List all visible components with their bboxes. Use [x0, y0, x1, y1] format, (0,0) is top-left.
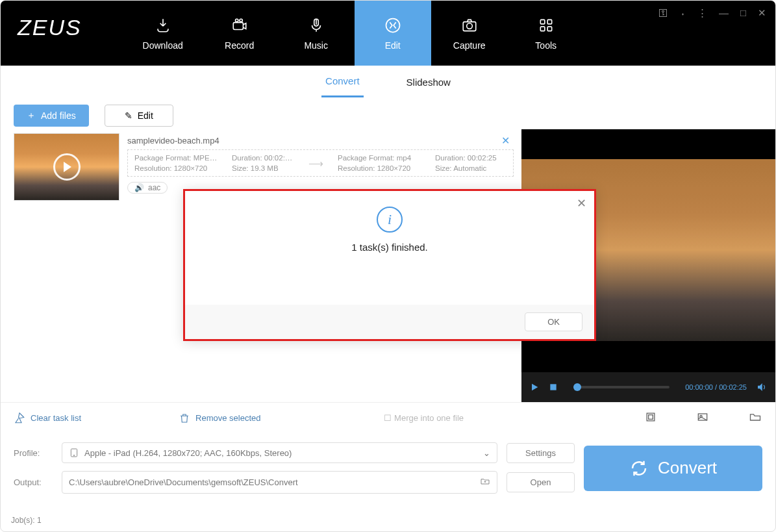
nav-label: Tools: [535, 40, 557, 51]
time-display: 00:00:00 / 00:02:25: [685, 383, 747, 391]
volume-icon[interactable]: [756, 381, 768, 393]
key-icon[interactable]: ⚿: [658, 7, 668, 19]
dst-resolution: Resolution: 1280×720: [338, 164, 421, 172]
menu-icon[interactable]: ⋮: [697, 7, 707, 19]
dst-package: Package Format: mp4: [338, 154, 421, 162]
preview-controls: 00:00:00 / 00:02:25: [521, 372, 775, 402]
src-resolution: Resolution: 1280×720: [134, 164, 218, 172]
src-col2: Duration: 00:02:… Size: 19.3 MB: [232, 154, 294, 172]
audio-chip[interactable]: 🔊 aac: [127, 182, 168, 194]
settings-area: Profile: Apple - iPad (H.264, 1280x720; …: [1, 433, 775, 500]
sound-icon: 🔊: [134, 183, 144, 192]
svg-rect-8: [547, 19, 552, 23]
minimize-icon[interactable]: —: [719, 7, 729, 19]
play-overlay-icon: [53, 153, 81, 181]
svg-rect-10: [547, 27, 552, 31]
lower-toolbar: Clear task list Remove selected ☐ Merge …: [1, 402, 775, 433]
open-button[interactable]: Open: [507, 472, 575, 492]
svg-rect-11: [550, 384, 556, 390]
svg-point-17: [73, 455, 74, 455]
share-icon[interactable]: ⬪: [680, 7, 686, 19]
nav-label: Music: [304, 40, 328, 51]
broom-icon: [14, 412, 25, 424]
svg-point-6: [466, 23, 472, 29]
sub-tabs: Convert Slideshow: [1, 66, 775, 98]
profile-select[interactable]: Apple - iPad (H.264, 1280x720; AAC, 160K…: [62, 442, 497, 463]
device-icon: [69, 448, 79, 458]
trash-icon: [179, 412, 190, 424]
preview-tool-icons: [644, 411, 762, 425]
nav-download[interactable]: Download: [125, 1, 201, 66]
merge-label: Merge into one file: [394, 413, 464, 423]
stop-icon[interactable]: [549, 383, 558, 392]
chip-label: aac: [148, 183, 160, 192]
src-size: Size: 19.3 MB: [232, 164, 294, 172]
dst-duration: Duration: 00:02:25: [435, 154, 507, 162]
dst-col2: Duration: 00:02:25 Size: Automatic: [435, 154, 507, 172]
checkbox-icon: ☐: [384, 413, 392, 423]
merge-checkbox[interactable]: ☐ Merge into one file: [384, 413, 464, 423]
nav-label: Edit: [385, 40, 401, 51]
dst-col1: Package Format: mp4 Resolution: 1280×720: [338, 154, 421, 172]
file-thumbnail[interactable]: [14, 133, 119, 201]
app-header: ZEUS Download Record Music Edit Capture …: [1, 1, 775, 66]
snapshot-icon[interactable]: [696, 411, 709, 425]
nav-label: Record: [225, 40, 254, 51]
slider-knob[interactable]: [573, 383, 581, 391]
add-files-button[interactable]: ＋ Add files: [14, 105, 89, 127]
nav-music[interactable]: Music: [278, 1, 355, 66]
app-logo: ZEUS: [1, 1, 99, 66]
svg-point-1: [235, 19, 238, 21]
fullscreen-icon[interactable]: [644, 411, 657, 425]
nav-edit[interactable]: Edit: [355, 1, 431, 66]
folder-open-icon: [480, 476, 490, 488]
info-icon: i: [377, 207, 403, 233]
nav-label: Download: [143, 40, 183, 51]
svg-point-2: [240, 19, 242, 21]
svg-rect-13: [649, 415, 653, 420]
convert-button[interactable]: Convert: [584, 446, 762, 491]
tab-convert[interactable]: Convert: [321, 66, 364, 97]
arrow-icon: ⟶: [308, 157, 323, 170]
playback-slider[interactable]: [573, 386, 670, 388]
profile-value: Apple - iPad (H.264, 1280x720; AAC, 160K…: [84, 448, 292, 458]
close-icon[interactable]: ✕: [758, 7, 766, 19]
modal-message: 1 task(s) finished.: [185, 242, 594, 253]
window-controls: ⚿ ⬪ ⋮ — □ ✕: [658, 7, 766, 19]
remove-label: Remove selected: [195, 413, 260, 423]
svg-rect-0: [233, 23, 243, 30]
edit-icon: [384, 16, 402, 35]
output-path[interactable]: C:\Users\aubre\OneDrive\Documents\gemsof…: [62, 471, 497, 494]
main-nav: Download Record Music Edit Capture Tools: [125, 1, 584, 66]
settings-button[interactable]: Settings: [507, 443, 575, 463]
clear-label: Clear task list: [31, 413, 81, 423]
file-meta: Package Format: MPE… Resolution: 1280×72…: [127, 149, 514, 177]
nav-tools[interactable]: Tools: [508, 1, 584, 66]
record-icon: [231, 16, 248, 35]
nav-capture[interactable]: Capture: [431, 1, 508, 66]
modal-close-icon[interactable]: ✕: [577, 196, 586, 210]
edit-button[interactable]: ✎ Edit: [105, 105, 173, 127]
profile-label: Profile:: [14, 448, 53, 458]
src-duration: Duration: 00:02:…: [232, 154, 294, 162]
action-row: ＋ Add files ✎ Edit: [1, 98, 775, 129]
folder-icon[interactable]: [748, 411, 762, 425]
status-bar: Job(s): 1: [11, 516, 42, 525]
output-label: Output:: [14, 477, 53, 487]
add-files-label: Add files: [41, 110, 76, 121]
play-icon[interactable]: [529, 382, 540, 392]
nav-record[interactable]: Record: [201, 1, 278, 66]
tab-slideshow[interactable]: Slideshow: [403, 68, 455, 97]
src-col1: Package Format: MPE… Resolution: 1280×72…: [134, 154, 218, 172]
convert-icon: [629, 459, 649, 478]
src-package: Package Format: MPE…: [134, 154, 218, 162]
clear-task-button[interactable]: Clear task list: [14, 412, 81, 424]
capture-icon: [461, 16, 478, 35]
dst-size: Size: Automatic: [435, 164, 507, 172]
modal-footer: OK: [185, 305, 594, 339]
maximize-icon[interactable]: □: [740, 7, 746, 19]
remove-file-icon[interactable]: ✕: [501, 134, 510, 147]
wand-icon: ✎: [125, 110, 132, 121]
modal-ok-button[interactable]: OK: [525, 312, 582, 331]
remove-selected-button[interactable]: Remove selected: [179, 412, 260, 424]
